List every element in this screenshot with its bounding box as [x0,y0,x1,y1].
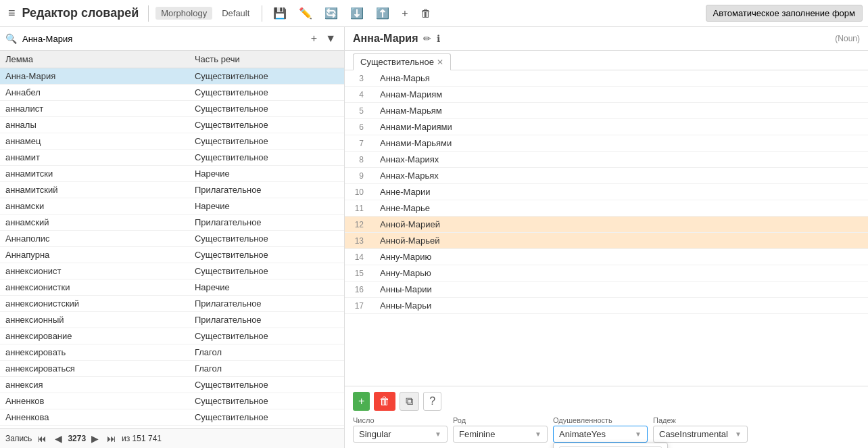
table-row[interactable]: Аннетт Существительное [0,426,344,429]
form-row[interactable]: 15 Анну-Марью [345,265,868,282]
form-add-button[interactable]: + [353,392,370,411]
search-icon: 🔍 [5,33,17,44]
form-row[interactable]: 12 Анной-Марией [345,217,868,233]
search-bar: 🔍 + ▼ [0,27,344,51]
search-filter-button[interactable]: ▼ [322,31,339,46]
form-row-value: Анне-Марии [372,184,868,200]
number-select[interactable]: Singular ▼ [353,426,448,443]
table-row[interactable]: аннамский Прилагательное [0,215,344,231]
edit-button[interactable]: ✏️ [295,4,316,22]
word-cell: аннексионистки [0,279,189,296]
pos-cell: Прилагательное [189,296,344,312]
word-cell: аннексирование [0,328,189,344]
auto-fill-button[interactable]: Автоматическое заполнение форм [706,5,863,22]
form-row[interactable]: 17 Анны-Марьи [345,298,868,314]
table-row[interactable]: аннамски Наречие [0,198,344,215]
form-row-num: 12 [345,217,372,233]
tab-sushchestvitelnoe[interactable]: Существительное ✕ [353,53,451,70]
form-controls: + 🗑 ⧉ ? Число Singular ▼ Род [345,386,868,448]
form-row-num: 15 [345,265,372,282]
right-header: Анна-Мария ✏ ℹ (Noun) [345,27,868,51]
form-row[interactable]: 4 Аннам-Мариям [345,87,868,103]
table-row[interactable]: аннамитски Наречие [0,166,344,182]
table-row[interactable]: аннексирование Существительное [0,328,344,344]
pos-cell: Существительное [189,85,344,101]
pos-cell: Наречие [189,198,344,215]
upload-button[interactable]: ⬆️ [372,4,393,22]
word-cell: аннамский [0,215,189,231]
table-row[interactable]: аннексировать Глагол [0,344,344,361]
form-row-value: Анны-Марьи [372,298,868,314]
table-row[interactable]: аннамит Существительное [0,150,344,166]
form-row[interactable]: 10 Анне-Марии [345,184,868,200]
word-cell: Анна-Мария [0,68,189,85]
search-add-button[interactable]: + [308,31,320,46]
table-row[interactable]: аннексироваться Глагол [0,361,344,377]
tab-close-icon[interactable]: ✕ [437,58,443,67]
form-row[interactable]: 8 Аннах-Мариях [345,152,868,168]
form-row-value: Аннами-Марьями [372,135,868,152]
pagination-first-button[interactable]: ⏮ [34,432,49,445]
refresh-button[interactable]: 🔄 [320,4,342,22]
table-row[interactable]: анналы Существительное [0,117,344,133]
form-delete-button[interactable]: 🗑 [374,392,395,411]
form-toolbar: + 🗑 ⧉ ? [353,392,860,411]
table-row[interactable]: Аннаполис Существительное [0,231,344,247]
form-row-value: Анна-Марья [372,70,868,87]
menu-icon[interactable]: ≡ [5,3,18,23]
delete-button[interactable]: 🗑 [416,5,435,22]
table-row[interactable]: анналист Существительное [0,101,344,117]
form-row[interactable]: 14 Анну-Марию [345,249,868,265]
table-row[interactable]: Анна-Мария Существительное [0,68,344,85]
table-row[interactable]: аннамец Существительное [0,133,344,150]
form-row-num: 3 [345,70,372,87]
number-field: Число Singular ▼ [353,416,448,443]
word-cell: аннамски [0,198,189,215]
pos-cell: Прилагательное [189,312,344,328]
default-tag[interactable]: Default [216,7,255,20]
word-cell: Аннетт [0,426,189,429]
form-row[interactable]: 5 Аннам-Марьям [345,103,868,119]
word-cell: аннамитский [0,182,189,198]
pagination-current: 3273 [68,434,86,443]
animacy-select[interactable]: AnimateYes ▼ [553,426,648,443]
download-button[interactable]: ⬇️ [346,4,368,22]
table-row[interactable]: Анненков Существительное [0,393,344,409]
table-row[interactable]: аннексионистский Прилагательное [0,296,344,312]
app-title: Редактор словарей [22,6,139,20]
form-help-button[interactable]: ? [423,392,441,411]
case-select[interactable]: CaseInstrumental ▼ [653,426,748,443]
search-input[interactable] [20,32,306,45]
form-row[interactable]: 16 Анны-Марии [345,282,868,298]
table-row[interactable]: Аннабел Существительное [0,85,344,101]
form-row-num: 16 [345,282,372,298]
form-copy-button[interactable]: ⧉ [400,392,419,411]
table-row[interactable]: аннексионист Существительное [0,263,344,279]
pos-cell: Прилагательное [189,182,344,198]
table-row[interactable]: Анненкова Существительное [0,409,344,426]
right-info-icon[interactable]: ℹ [437,33,440,44]
save-button[interactable]: 💾 [269,4,291,22]
right-edit-icon[interactable]: ✏ [423,33,431,44]
form-row[interactable]: 9 Аннах-Марьях [345,168,868,184]
table-row[interactable]: Аннапурна Существительное [0,247,344,263]
gender-select[interactable]: Feminine ▼ [453,426,548,443]
form-row[interactable]: 7 Аннами-Марьями [345,135,868,152]
word-cell: Анненкова [0,409,189,426]
main-toolbar: ≡ Редактор словарей Morphology Default 💾… [0,0,868,27]
table-row[interactable]: аннексионистки Наречие [0,279,344,296]
table-row[interactable]: аннамитский Прилагательное [0,182,344,198]
pagination-prev-button[interactable]: ◀ [52,432,65,445]
pagination-next-button[interactable]: ▶ [89,432,101,445]
add-button[interactable]: + [397,5,412,22]
pagination-last-button[interactable]: ⏭ [104,432,119,445]
word-cell: аннексионист [0,263,189,279]
morphology-tag[interactable]: Morphology [155,7,212,20]
form-row[interactable]: 11 Анне-Марье [345,200,868,217]
form-row[interactable]: 13 Анной-Марьей [345,233,868,249]
table-row[interactable]: аннексионный Прилагательное [0,312,344,328]
form-row[interactable]: 6 Аннами-Мариями [345,119,868,135]
table-row[interactable]: аннексия Существительное [0,377,344,393]
left-panel: 🔍 + ▼ Лемма Часть речи Анна-Мария Сущест… [0,27,345,448]
form-row[interactable]: 3 Анна-Марья [345,70,868,87]
